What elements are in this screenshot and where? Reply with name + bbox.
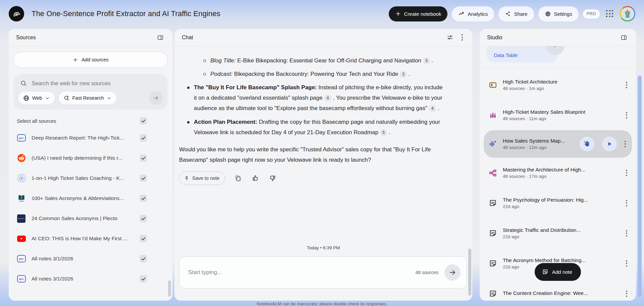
plecto-favicon-icon: PLECTO (17, 214, 26, 223)
apps-grid-icon[interactable] (606, 10, 613, 17)
interactive-mode-button[interactable] (580, 137, 594, 151)
sources-scrollbar[interactable] (168, 280, 171, 297)
studio-item[interactable]: Strategic Traffic and Distribution... 22… (480, 218, 636, 248)
thumb-down-icon[interactable] (268, 173, 277, 183)
app-header: The One-Sentence Profit Extractor and AI… (0, 0, 644, 28)
studio-panel: Studio Data Table › High Ticket Architec… (480, 29, 636, 301)
avatar-robot-image (621, 7, 634, 20)
studio-item[interactable]: High Ticket Architecture 48 sources · 1m… (480, 70, 636, 100)
source-checkbox[interactable] (140, 174, 147, 182)
thumb-up-icon[interactable] (251, 173, 260, 183)
chat-panel: Chat Blog Title: E-Bike Bikepacking: Ess… (174, 29, 472, 301)
create-notebook-button[interactable]: Create notebook (389, 6, 448, 21)
item-more-menu-icon[interactable] (624, 258, 629, 269)
share-icon (505, 11, 511, 17)
web-search-card: Web Fast Research (13, 74, 168, 110)
citation-chip[interactable]: 5 (380, 129, 387, 136)
chat-date-divider: Today • 6:39 PM (174, 245, 472, 250)
chat-panel-title: Chat (182, 35, 193, 41)
search-icon (20, 80, 27, 87)
item-more-menu-icon[interactable] (624, 110, 629, 120)
note-source-icon: m+ (17, 255, 26, 262)
source-row[interactable]: 1-on-1 High Ticket Sales Coaching - K... (9, 168, 172, 188)
save-to-note-button[interactable]: Save to note (179, 171, 225, 185)
citation-chip[interactable]: 4 (429, 105, 436, 112)
venn-favicon-icon (17, 174, 26, 183)
search-submit-button[interactable] (149, 91, 163, 105)
note-icon (488, 199, 497, 207)
source-row[interactable]: m+ All notes 3/1/2026 (9, 269, 172, 289)
studio-item-selected[interactable]: How Sales Systems Map... 48 sources · 12… (484, 130, 632, 158)
studio-item[interactable]: The Psychology of Persuasion: Hig... 22d… (480, 188, 636, 218)
share-button[interactable]: Share (498, 6, 534, 21)
search-input[interactable] (32, 80, 161, 87)
chat-scrollbar[interactable] (468, 249, 471, 296)
bullet-marker (187, 87, 190, 89)
chevron-down-icon (107, 96, 112, 101)
play-button[interactable] (602, 137, 617, 151)
item-more-menu-icon[interactable] (624, 289, 629, 299)
item-more-menu-icon[interactable] (624, 228, 629, 239)
citation-chip[interactable]: 3 (423, 57, 430, 64)
notebooklm-logo-icon[interactable] (9, 6, 24, 21)
sources-panel: Sources Add sources Web Fast Research (9, 29, 172, 301)
send-button[interactable] (444, 264, 461, 280)
studio-item[interactable]: The Content Creation Engine: Wee... (480, 278, 636, 301)
note-icon (488, 259, 497, 268)
source-row[interactable]: PLECTO 24 Common Sales Acronyms | Plecto (9, 208, 172, 228)
source-row[interactable]: 100+ Sales Acronyms & Abbreviations... (9, 188, 172, 208)
source-checkbox[interactable] (140, 275, 147, 283)
source-checkbox[interactable] (140, 215, 147, 222)
chat-bullet: The "Buy It For Life Basecamp" Splash Pa… (187, 82, 447, 113)
notebook-title: The One-Sentence Profit Extractor and AI… (32, 9, 220, 18)
pin-icon (184, 175, 190, 181)
select-all-checkbox[interactable] (140, 117, 147, 124)
source-checkbox[interactable] (140, 255, 147, 262)
youtube-icon (17, 236, 26, 242)
item-more-menu-icon[interactable] (624, 80, 629, 90)
sources-panel-title: Sources (16, 35, 36, 41)
studio-item[interactable]: Mastering the Architecture of High... 48… (480, 158, 636, 188)
fast-research-chip[interactable]: Fast Research (58, 91, 117, 105)
settings-button[interactable]: Settings (538, 6, 579, 21)
pro-badge: PRO (583, 9, 600, 18)
add-sources-button[interactable]: Add sources (13, 52, 168, 68)
expand-studio-panel-icon[interactable] (619, 33, 629, 42)
source-row[interactable]: m+ Deep Research Report: The High-Tick..… (9, 128, 172, 148)
book-favicon-icon (17, 194, 26, 203)
copy-icon[interactable] (233, 173, 243, 183)
page-scrollbar[interactable] (638, 75, 642, 297)
collapse-sources-panel-icon[interactable] (156, 33, 165, 42)
plus-icon (72, 57, 78, 63)
audio-waveform-icon (488, 140, 497, 148)
note-source-icon: m+ (17, 134, 26, 142)
select-all-sources-row: Select all sources (9, 110, 172, 126)
source-checkbox[interactable] (140, 235, 147, 242)
note-icon (488, 229, 497, 238)
chat-more-menu-icon[interactable] (460, 32, 465, 43)
note-source-icon: m+ (17, 275, 26, 283)
chat-settings-tune-icon[interactable] (445, 33, 455, 42)
source-row[interactable]: (USA) I need help determining if this r.… (9, 148, 172, 168)
chat-input[interactable] (188, 269, 416, 276)
citation-chip[interactable]: 4 (324, 95, 331, 102)
web-filter-chip[interactable]: Web (18, 91, 55, 105)
item-more-menu-icon[interactable] (623, 139, 628, 149)
flashcards-icon (488, 81, 497, 89)
research-sparkle-icon (63, 95, 70, 101)
source-checkbox[interactable] (140, 195, 147, 202)
add-note-button[interactable]: Add note (535, 263, 581, 281)
source-checkbox[interactable] (140, 134, 147, 142)
analytics-button[interactable]: Analytics (452, 6, 494, 21)
citation-chip[interactable]: 3 (400, 71, 407, 78)
chat-sub-bullet: Blog Title: E-Bike Bikepacking: Essentia… (203, 55, 447, 66)
item-more-menu-icon[interactable] (624, 198, 629, 208)
studio-item[interactable]: High-Ticket Mastery Sales Blueprint 48 s… (480, 100, 636, 130)
account-avatar[interactable] (620, 6, 635, 21)
source-checkbox[interactable] (140, 154, 147, 162)
source-row[interactable]: m+ All notes 3/1/2026 (9, 249, 172, 269)
trending-up-icon (458, 11, 465, 17)
source-row[interactable]: AI CEO: THIS is How I'd Make My First ..… (9, 228, 172, 249)
item-more-menu-icon[interactable] (624, 168, 629, 178)
flowchart-icon (488, 169, 497, 177)
